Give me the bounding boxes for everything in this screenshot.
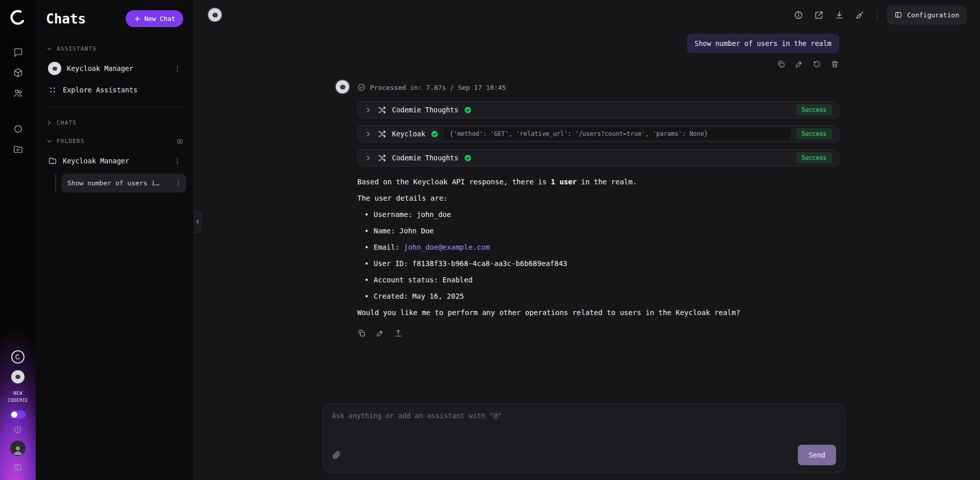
answer-details-heading: The user details are: [357,190,839,206]
new-chat-button[interactable]: New Chat [126,10,183,27]
email-link[interactable]: john_doe@example.com [404,243,490,251]
codemie-logo-icon [9,8,27,27]
processed-meta-text: Processed in: 7.87s / Sep 17 10:45 [370,84,506,91]
rail-status-icon[interactable] [7,118,29,139]
kebab-menu-icon[interactable] [174,157,181,165]
assistant-message-actions [357,329,839,338]
chats-sidebar: Chats New Chat ASSISTANTS Keycloak Manag… [36,0,194,480]
assistant-item-label: Explore Assistants [63,86,181,94]
export-chat-button[interactable] [831,7,847,23]
assistant-avatar [48,62,61,75]
user-message-actions [357,60,839,68]
delete-icon[interactable] [830,60,839,68]
rail-bottom-cluster: NEW CODEMIE [8,350,29,472]
tool-success-check-icon [464,154,472,162]
new-chat-label: New Chat [144,15,175,22]
copy-icon[interactable] [357,329,366,338]
keycloak-mini-avatar[interactable] [11,370,24,383]
codemie-mini-avatar[interactable] [11,350,24,364]
app-root: NEW CODEMIE Chats New Chat A [0,0,980,480]
configuration-button[interactable]: Configuration [887,6,967,25]
send-button[interactable]: Send [798,445,836,465]
folder-item-keycloak-manager[interactable]: Keycloak Manager [43,150,186,172]
rail-toolkit-icon[interactable] [7,62,29,83]
info-icon [794,10,803,20]
share-chat-button[interactable] [811,7,827,23]
chevron-right-icon [46,119,53,126]
folders-section-label: FOLDERS [57,138,85,145]
info-circle-icon[interactable] [13,425,22,434]
new-codemie-toggle[interactable] [10,411,26,419]
tool-row-codemie-thoughts-2[interactable]: Codemie Thoughts Success [357,149,839,166]
configuration-icon [894,11,902,19]
left-rail: NEW CODEMIE [0,0,36,480]
user-message-row: Show number of users in the realm [357,34,839,53]
edit-icon[interactable] [376,329,384,338]
tool-name: Keycloak [392,130,425,138]
rail-folders-icon[interactable] [7,139,29,159]
assistant-avatar[interactable] [207,7,223,22]
message-input[interactable] [332,412,836,445]
regenerate-icon[interactable] [813,60,821,68]
answer-user-count: 1 user [551,178,577,186]
composer-bottom-row: Send [332,445,836,465]
kebab-menu-icon[interactable] [174,65,181,73]
assistants-section-header[interactable]: ASSISTANTS [43,39,186,58]
chevron-left-icon [194,219,201,225]
panel-toggle-icon[interactable] [13,463,22,472]
new-codemie-label: NEW CODEMIE [8,390,29,404]
topbar-divider [877,9,877,20]
tool-row-codemie-thoughts-1[interactable]: Codemie Thoughts Success [357,101,839,118]
status-badge: Success [796,152,832,163]
plus-icon [134,15,141,22]
copy-icon[interactable] [777,60,786,68]
edit-icon[interactable] [795,60,803,68]
chat-scroll-area[interactable]: Show number of users in the realm Proces… [194,30,980,403]
status-badge: Success [796,104,832,115]
chevron-right-icon[interactable] [364,154,372,162]
clear-chat-button[interactable] [851,7,868,23]
export-icon[interactable] [394,329,403,338]
bullet-account-status: Account status: Enabled [357,272,839,288]
explore-grid-icon [48,85,57,94]
bullet-username: Username: john_doe [357,206,839,223]
new-folder-icon[interactable] [177,138,183,145]
tool-row-keycloak[interactable]: Keycloak {'method': 'GET', 'relative_url… [357,125,839,142]
assistant-avatar [335,79,350,94]
sidebar-header: Chats New Chat [43,10,186,27]
tool-calls: Codemie Thoughts Success Keycloak {'meth… [357,101,839,166]
bullet-email: Email: john_doe@example.com [357,239,839,255]
tool-shuffle-icon [378,130,386,138]
sidebar-title: Chats [46,11,86,27]
rail-assistants-icon[interactable] [7,83,29,103]
tool-call-arguments: {'method': 'GET', 'relative_url': '/user… [444,128,791,140]
sidebar-divider [45,107,184,107]
configuration-label: Configuration [907,11,959,19]
status-badge: Success [796,128,832,139]
chevron-right-icon[interactable] [364,130,372,138]
kebab-menu-icon[interactable] [175,179,182,187]
chat-topbar: Configuration [194,0,980,30]
sidebar-item-explore-assistants[interactable]: Explore Assistants [43,79,186,101]
assistants-section-label: ASSISTANTS [57,45,96,52]
bullet-name: Name: John Doe [357,223,839,239]
folder-icon [48,156,57,165]
chevron-right-icon[interactable] [364,106,372,114]
sidebar-collapse-handle[interactable] [194,210,202,233]
rail-chat-icon[interactable] [7,42,29,62]
assistant-answer: Based on the Keycloak API response, ther… [357,174,839,321]
bullet-user-id: User ID: f8138f33-b968-4ca8-aa3c-b6b689e… [357,255,839,272]
chat-item-selected[interactable]: Show number of users i… [61,174,186,193]
chats-section-header[interactable]: CHATS [43,113,186,132]
download-icon [835,10,844,20]
chat-info-button[interactable] [790,7,806,23]
attach-file-icon[interactable] [332,450,341,460]
folder-item-label: Keycloak Manager [63,157,168,165]
user-avatar[interactable] [10,441,26,456]
sidebar-item-keycloak-manager[interactable]: Keycloak Manager [43,58,186,79]
bullet-created: Created: May 16, 2025 [357,288,839,304]
chevron-down-icon [46,138,53,145]
tool-success-check-icon [464,106,472,114]
chat-main-panel: Configuration Show number of users in th… [194,0,980,480]
folders-section-header[interactable]: FOLDERS [43,132,186,150]
